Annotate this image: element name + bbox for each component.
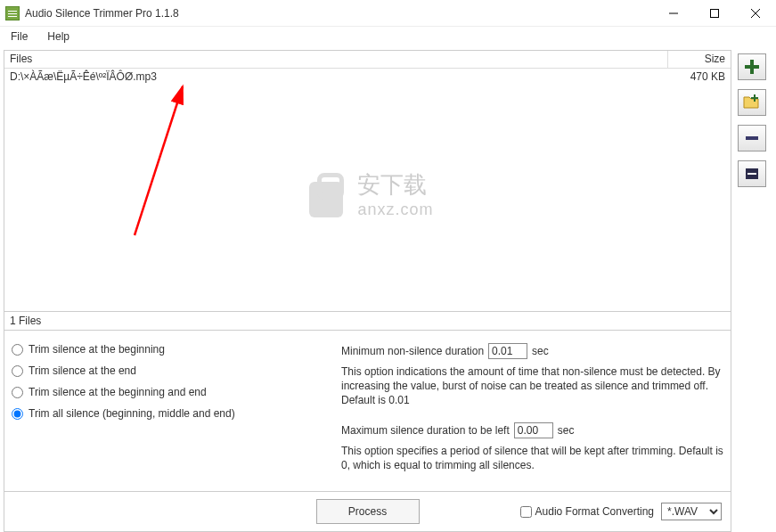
- watermark-line1: 安下载: [357, 169, 433, 201]
- max-duration-desc: This option specifies a period of silenc…: [341, 444, 723, 472]
- svg-line-4: [135, 86, 183, 235]
- format-convert-label: Audio Format Converting: [535, 505, 654, 518]
- min-duration-desc: This option indications the amount of ti…: [341, 364, 723, 408]
- radio-input[interactable]: [12, 344, 23, 356]
- min-duration-input[interactable]: [488, 343, 527, 359]
- add-folder-button[interactable]: [738, 89, 766, 116]
- menu-help[interactable]: Help: [44, 30, 73, 43]
- clear-icon: [744, 166, 760, 182]
- plus-icon: [744, 59, 760, 75]
- title-bar: Audio Silence Trimmer Pro 1.1.8: [0, 0, 776, 27]
- col-files[interactable]: Files: [4, 51, 668, 68]
- svg-rect-11: [747, 173, 756, 175]
- max-duration-label: Maximum silence duration to be left: [341, 424, 510, 437]
- minus-icon: [744, 130, 760, 146]
- file-list[interactable]: Files Size D:\×ÀÃæ\ËµÃ÷Êé\º²ÏÂÔØ.mp3 470…: [4, 51, 731, 311]
- trim-mode-group: Trim silence at the beginning Trim silen…: [12, 343, 341, 484]
- remove-all-button[interactable]: [738, 160, 766, 187]
- svg-rect-9: [746, 136, 758, 140]
- radio-trim-end[interactable]: Trim silence at the end: [12, 364, 341, 377]
- add-file-button[interactable]: [738, 53, 766, 80]
- radio-label: Trim silence at the end: [29, 364, 136, 377]
- file-count-status: 1 Files: [4, 311, 731, 331]
- col-size[interactable]: Size: [668, 51, 731, 68]
- radio-trim-all[interactable]: Trim all silence (beginning, middle and …: [12, 407, 341, 420]
- watermark-line2: anxz.com: [357, 201, 433, 219]
- arrow-annotation: [129, 79, 200, 240]
- svg-rect-6: [745, 65, 759, 69]
- app-icon: [5, 6, 20, 20]
- file-path: D:\×ÀÃæ\ËµÃ÷Êé\º²ÏÂÔØ.mp3: [4, 69, 668, 85]
- close-button[interactable]: [735, 0, 776, 27]
- side-toolbar: [731, 50, 772, 532]
- maximize-button[interactable]: [694, 0, 735, 27]
- sec-label: sec: [558, 424, 575, 437]
- sec-label: sec: [532, 345, 549, 357]
- max-duration-input[interactable]: [514, 422, 553, 438]
- watermark-icon: [301, 169, 350, 218]
- checkbox-input[interactable]: [520, 506, 532, 518]
- svg-rect-8: [751, 97, 758, 99]
- radio-label: Trim silence at the beginning: [29, 343, 165, 356]
- menu-file[interactable]: File: [7, 30, 31, 43]
- radio-label: Trim all silence (beginning, middle and …: [29, 407, 235, 420]
- radio-label: Trim silence at the beginning and end: [29, 386, 207, 398]
- remove-button[interactable]: [738, 125, 766, 151]
- folder-plus-icon: [743, 94, 761, 110]
- format-convert-checkbox[interactable]: Audio Format Converting: [520, 505, 654, 518]
- watermark: 安下载 anxz.com: [301, 169, 433, 219]
- table-row[interactable]: D:\×ÀÃæ\ËµÃ÷Êé\º²ÏÂÔØ.mp3 470 KB: [4, 69, 731, 85]
- radio-trim-beginning[interactable]: Trim silence at the beginning: [12, 343, 341, 356]
- file-list-header: Files Size: [4, 51, 731, 69]
- radio-input[interactable]: [12, 387, 23, 398]
- minimize-button[interactable]: [653, 0, 694, 27]
- radio-input[interactable]: [12, 365, 23, 377]
- file-size: 470 KB: [668, 69, 731, 85]
- svg-rect-1: [711, 9, 719, 17]
- window-title: Audio Silence Trimmer Pro 1.1.8: [25, 7, 653, 20]
- menu-bar: File Help: [0, 27, 776, 46]
- radio-trim-beginning-end[interactable]: Trim silence at the beginning and end: [12, 386, 341, 398]
- process-button[interactable]: Process: [316, 499, 420, 524]
- format-select[interactable]: *.WAV: [661, 503, 722, 520]
- min-duration-label: Minimum non-silence duration: [341, 345, 484, 357]
- radio-input[interactable]: [12, 408, 23, 420]
